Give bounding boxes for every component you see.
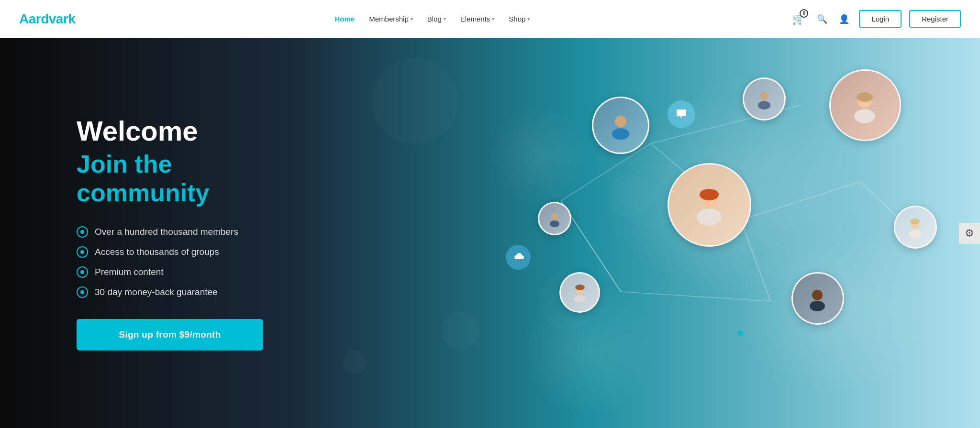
gear-icon: ⚙: [965, 227, 974, 240]
feature-item-1: Over a hundred thousand members: [77, 226, 287, 238]
svg-point-14: [857, 92, 873, 102]
svg-line-1: [561, 143, 651, 201]
avatar-8: [894, 206, 937, 249]
svg-point-24: [575, 285, 585, 290]
search-button[interactable]: 🔍: [815, 12, 829, 26]
hero-network: [441, 38, 980, 428]
svg-point-21: [700, 189, 719, 200]
svg-point-13: [854, 109, 875, 123]
feature-text-4: 30 day money-back guarantee: [95, 287, 218, 297]
nav-right: 🛒 0 🔍 👤 Login Register: [789, 10, 961, 28]
svg-point-10: [612, 128, 629, 140]
svg-line-3: [740, 182, 860, 220]
cart-button[interactable]: 🛒 0: [789, 10, 807, 28]
nav-elements[interactable]: Elements ▾: [460, 15, 495, 23]
svg-point-15: [760, 92, 768, 100]
feature-icon-4: [77, 286, 88, 298]
navbar: Aardvark Home Membership ▾ Blog ▾ Elemen…: [0, 0, 980, 38]
avatar-2: [829, 69, 901, 141]
feature-list: Over a hundred thousand members Access t…: [77, 226, 287, 298]
blog-chevron: ▾: [444, 16, 446, 22]
svg-point-29: [910, 219, 920, 224]
svg-point-28: [909, 230, 921, 238]
svg-point-26: [810, 301, 825, 311]
nav-home[interactable]: Home: [335, 15, 355, 23]
feature-item-3: Premium content: [77, 266, 287, 278]
nav-shop[interactable]: Shop ▾: [509, 15, 530, 23]
shop-chevron: ▾: [527, 16, 530, 22]
avatar-3: [743, 77, 786, 121]
svg-point-23: [574, 295, 586, 303]
brand-name-black: Aard: [19, 11, 49, 26]
cart-count: 0: [800, 9, 808, 18]
avatar-5: [668, 163, 751, 247]
nav-blog[interactable]: Blog ▾: [427, 15, 446, 23]
feature-item-4: 30 day money-back guarantee: [77, 286, 287, 298]
hero-title: Welcome: [77, 116, 287, 146]
svg-point-20: [697, 209, 722, 226]
chat-float-icon: [668, 100, 695, 128]
elements-chevron: ▾: [492, 16, 494, 22]
avatar-7: [791, 272, 844, 325]
brand-name-colored: vark: [49, 11, 76, 26]
brand-logo[interactable]: Aardvark: [19, 11, 75, 27]
login-button[interactable]: Login: [859, 10, 902, 28]
settings-gear-button[interactable]: ⚙: [959, 223, 980, 244]
feature-item-2: Access to thousands of groups: [77, 246, 287, 258]
feature-icon-3: [77, 266, 88, 278]
svg-line-5: [621, 292, 770, 301]
feature-text-1: Over a hundred thousand members: [95, 227, 238, 237]
avatar-1: [592, 97, 649, 154]
cloud-float-icon: [506, 245, 531, 270]
svg-point-18: [550, 220, 559, 227]
avatar-6: [559, 272, 600, 313]
feature-text-3: Premium content: [95, 267, 164, 277]
feature-icon-1: [77, 226, 88, 238]
svg-point-17: [551, 213, 558, 220]
feature-text-2: Access to thousands of groups: [95, 247, 219, 257]
feature-icon-2: [77, 246, 88, 258]
svg-point-16: [758, 101, 770, 110]
svg-point-25: [812, 290, 823, 300]
nav-membership[interactable]: Membership ▾: [369, 15, 413, 23]
hero-content: Welcome Join the community Over a hundre…: [0, 116, 311, 351]
nav-links: Home Membership ▾ Blog ▾ Elements ▾ Shop…: [335, 15, 530, 23]
membership-chevron: ▾: [411, 16, 413, 22]
cta-signup-button[interactable]: Sign up from $9/month: [77, 319, 263, 351]
user-account-button[interactable]: 👤: [837, 12, 851, 26]
hero-subtitle: Join the community: [77, 150, 287, 207]
svg-point-11: [616, 117, 625, 126]
hero-section: Welcome Join the community Over a hundre…: [0, 38, 980, 428]
svg-line-2: [740, 220, 770, 301]
register-button[interactable]: Register: [909, 10, 961, 28]
